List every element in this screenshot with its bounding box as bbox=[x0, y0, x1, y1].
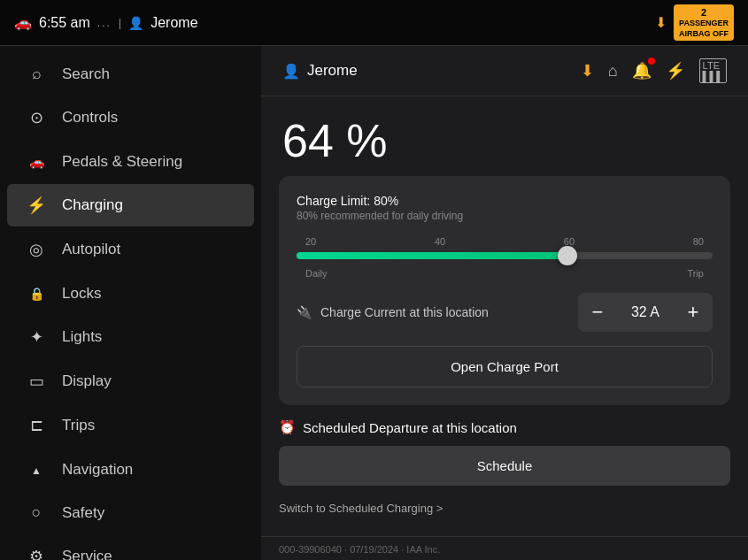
sidebar-item-pedals[interactable]: Pedals & Steering bbox=[7, 141, 254, 182]
slider-daily-label: Daily bbox=[305, 268, 327, 279]
switch-scheduled-link[interactable]: Switch to Scheduled Charging > bbox=[279, 495, 730, 522]
search-icon bbox=[25, 65, 48, 83]
slider-label-80: 80 bbox=[693, 236, 704, 247]
scheduled-section: ⏰ Scheduled Departure at this location S… bbox=[279, 419, 730, 522]
battery-percentage: 64 % bbox=[261, 96, 748, 176]
sidebar-item-locks[interactable]: Locks bbox=[7, 272, 254, 314]
scheduled-title-text: Scheduled Departure at this location bbox=[303, 420, 517, 435]
service-icon bbox=[25, 547, 48, 560]
sidebar-item-display[interactable]: Display bbox=[7, 360, 254, 403]
sidebar-label-autopilot: Autopilot bbox=[62, 241, 120, 258]
sidebar-label-display: Display bbox=[62, 372, 112, 390]
charge-current-value: 32 A bbox=[617, 304, 674, 320]
status-time: 6:55 am bbox=[39, 15, 90, 31]
slider-thumb[interactable] bbox=[558, 246, 577, 265]
content-area: 👤 Jerome ⬇ ⌂ 🔔 ⚡ LTE▌▌▌ 64 % Charge Limi… bbox=[261, 46, 748, 560]
plug-icon: 🔌 bbox=[297, 305, 312, 319]
sidebar-item-charging[interactable]: Charging bbox=[7, 184, 254, 226]
slider-label-20: 20 bbox=[305, 236, 316, 247]
autopilot-icon bbox=[25, 240, 48, 259]
sidebar-item-autopilot[interactable]: Autopilot bbox=[7, 228, 254, 271]
status-bar-left: 🚗 6:55 am ... | 👤 Jerome bbox=[14, 14, 644, 31]
locks-icon bbox=[25, 284, 48, 303]
sidebar-item-navigation[interactable]: Navigation bbox=[7, 449, 254, 490]
safety-icon bbox=[25, 503, 48, 522]
charge-decrement-button[interactable]: − bbox=[578, 293, 617, 332]
content-header-user: 👤 Jerome bbox=[282, 62, 563, 80]
charge-slider-container[interactable]: 20 40 60 80 Daily Trip bbox=[297, 236, 713, 279]
lights-icon bbox=[25, 327, 48, 347]
charge-current-text: Charge Current at this location bbox=[320, 305, 489, 319]
lte-badge: LTE▌▌▌ bbox=[699, 58, 727, 83]
scheduled-title: ⏰ Scheduled Departure at this location bbox=[279, 419, 730, 435]
schedule-button[interactable]: Schedule bbox=[279, 446, 730, 486]
sidebar-label-navigation: Navigation bbox=[62, 461, 133, 479]
charge-limit-title: Charge Limit: 80% bbox=[297, 194, 713, 208]
content-username: Jerome bbox=[307, 62, 358, 80]
slider-labels: 20 40 60 80 bbox=[297, 236, 713, 247]
clock-icon: ⏰ bbox=[279, 419, 296, 435]
bell-icon: 🔔 bbox=[632, 61, 652, 81]
slider-end-labels: Daily Trip bbox=[297, 268, 713, 279]
bluetooth-icon: ⚡ bbox=[666, 61, 685, 81]
charge-limit-sub: 80% recommended for daily driving bbox=[297, 210, 713, 222]
header-icons: ⬇ ⌂ 🔔 ⚡ LTE▌▌▌ bbox=[581, 58, 727, 83]
sidebar-label-trips: Trips bbox=[62, 417, 95, 434]
user-icon: 👤 bbox=[282, 63, 300, 80]
sidebar-label-safety: Safety bbox=[62, 504, 104, 522]
content-header: 👤 Jerome ⬇ ⌂ 🔔 ⚡ LTE▌▌▌ bbox=[261, 46, 748, 96]
slider-fill bbox=[297, 252, 567, 259]
sidebar-item-trips[interactable]: Trips bbox=[7, 404, 254, 447]
home-icon: ⌂ bbox=[608, 62, 618, 81]
sidebar-item-safety[interactable]: Safety bbox=[7, 492, 254, 533]
sidebar-item-search[interactable]: Search bbox=[7, 53, 254, 95]
charging-card: Charge Limit: 80% 80% recommended for da… bbox=[279, 176, 730, 405]
sidebar-label-pedals: Pedals & Steering bbox=[62, 153, 182, 171]
bell-badge bbox=[648, 58, 655, 65]
sidebar-item-lights[interactable]: Lights bbox=[7, 316, 254, 358]
pedals-icon bbox=[25, 152, 48, 171]
sidebar-label-controls: Controls bbox=[62, 109, 118, 127]
airbag-badge: 2 PASSENGER AIRBAG OFF bbox=[674, 4, 734, 42]
charge-current-label: 🔌 Charge Current at this location bbox=[297, 305, 567, 319]
status-bar: 🚗 6:55 am ... | 👤 Jerome ⬇ 2 PASSENGER A… bbox=[0, 0, 748, 46]
status-user-icon: 👤 bbox=[128, 16, 143, 30]
charge-current-row: 🔌 Charge Current at this location − 32 A… bbox=[297, 293, 713, 332]
download-icon: ⬇ bbox=[655, 14, 667, 31]
slider-track[interactable] bbox=[297, 252, 713, 259]
sidebar-label-locks: Locks bbox=[62, 285, 101, 303]
main-layout: Search Controls Pedals & Steering Chargi… bbox=[0, 46, 748, 560]
status-user-name: Jerome bbox=[150, 15, 197, 31]
status-dots: ... bbox=[97, 17, 112, 29]
sidebar-item-controls[interactable]: Controls bbox=[7, 96, 254, 139]
sidebar-label-service: Service bbox=[62, 548, 112, 560]
display-icon bbox=[25, 372, 48, 391]
sidebar-label-search: Search bbox=[62, 65, 110, 83]
car-icon: 🚗 bbox=[14, 14, 32, 31]
sidebar-label-charging: Charging bbox=[62, 196, 123, 214]
slider-trip-label: Trip bbox=[687, 268, 704, 279]
controls-icon bbox=[25, 108, 48, 127]
open-charge-port-button[interactable]: Open Charge Port bbox=[297, 346, 713, 387]
slider-label-40: 40 bbox=[435, 236, 445, 247]
charge-current-control: − 32 A + bbox=[578, 293, 713, 332]
sidebar: Search Controls Pedals & Steering Chargi… bbox=[0, 46, 261, 560]
charge-increment-button[interactable]: + bbox=[674, 293, 713, 332]
status-bar-right: ⬇ 2 PASSENGER AIRBAG OFF bbox=[655, 4, 734, 42]
trips-icon bbox=[25, 416, 48, 435]
charging-icon bbox=[25, 196, 48, 215]
navigation-icon bbox=[25, 460, 48, 479]
download-header-icon: ⬇ bbox=[581, 61, 594, 81]
sidebar-item-service[interactable]: Service bbox=[7, 535, 254, 560]
sidebar-label-lights: Lights bbox=[62, 328, 102, 346]
content-footer: 000-39906040 · 07/19/2024 · IAA Inc. bbox=[261, 536, 748, 560]
